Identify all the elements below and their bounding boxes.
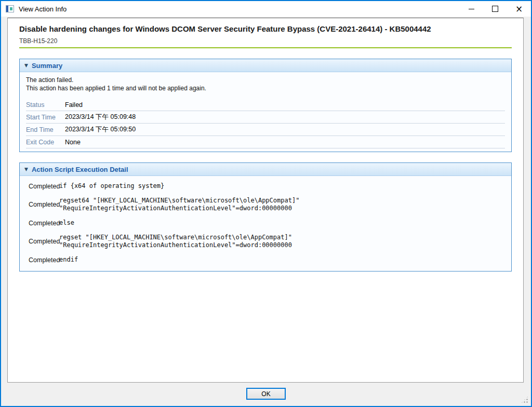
script-status: Completed xyxy=(29,183,59,190)
script-detail-section-title: Action Script Execution Detail xyxy=(32,166,128,173)
summary-section-body: The action failed. This action has been … xyxy=(20,72,511,152)
field-row-end-time: End Time 2023/3/14 下午 05:09:50 xyxy=(26,124,505,136)
field-label: End Time xyxy=(26,126,65,133)
content-panel: Disable hardening changes for Windows DC… xyxy=(7,18,524,383)
view-action-info-window: View Action Info × Disable hardening cha… xyxy=(0,0,532,407)
app-icon xyxy=(6,5,14,12)
script-row: Completed if {x64 of operating system} xyxy=(26,182,505,191)
script-detail-section: ▼ Action Script Execution Detail Complet… xyxy=(19,162,512,272)
script-row: Completed endif xyxy=(26,256,505,264)
titlebar: View Action Info × xyxy=(1,1,531,17)
script-command: if {x64 of operating system} xyxy=(59,182,164,191)
field-value: None xyxy=(65,139,81,146)
ok-button[interactable]: OK xyxy=(246,388,286,400)
script-command: regset "[HKEY_LOCAL_MACHINE\software\mic… xyxy=(59,234,292,250)
field-row-start-time: Start Time 2023/3/14 下午 05:09:48 xyxy=(26,111,505,124)
maximize-button[interactable] xyxy=(483,1,507,17)
main-area: Disable hardening changes for Windows DC… xyxy=(1,17,531,406)
field-value: 2023/3/14 下午 05:09:48 xyxy=(65,113,136,121)
script-detail-section-header[interactable]: ▼ Action Script Execution Detail xyxy=(20,163,511,176)
window-controls: × xyxy=(459,1,531,17)
field-row-exit-code: Exit Code None xyxy=(26,136,505,148)
script-status: Completed xyxy=(29,220,59,227)
maximize-icon xyxy=(492,6,498,12)
window-title: View Action Info xyxy=(19,5,66,13)
field-label: Exit Code xyxy=(26,139,65,146)
field-label: Status xyxy=(26,101,65,108)
chevron-down-icon: ▼ xyxy=(24,167,28,172)
summary-section: ▼ Summary The action failed. This action… xyxy=(19,59,512,152)
footer-bar: OK xyxy=(2,383,530,405)
field-row-status: Status Failed xyxy=(26,99,505,111)
field-value: Failed xyxy=(65,101,83,108)
script-command: endif xyxy=(59,256,78,264)
script-status: Completed xyxy=(29,256,59,264)
script-status: Completed xyxy=(29,238,59,245)
summary-line: This action has been applied 1 time and … xyxy=(26,85,505,93)
action-subtitle: TBB-H15-220 xyxy=(19,37,512,48)
action-title: Disable hardening changes for Windows DC… xyxy=(19,24,512,34)
script-row: Completed regset "[HKEY_LOCAL_MACHINE\so… xyxy=(26,234,505,250)
script-command: regset64 "[HKEY_LOCAL_MACHINE\software\m… xyxy=(59,197,299,213)
field-label: Start Time xyxy=(26,114,65,121)
minimize-icon xyxy=(469,9,474,9)
summary-section-header[interactable]: ▼ Summary xyxy=(20,59,511,72)
script-detail-body: Completed if {x64 of operating system} C… xyxy=(20,176,511,271)
summary-fields: Status Failed Start Time 2023/3/14 下午 05… xyxy=(26,99,505,148)
close-button[interactable]: × xyxy=(507,1,531,17)
summary-line: The action failed. xyxy=(26,76,505,85)
script-command: else xyxy=(59,219,74,227)
resize-grip[interactable] xyxy=(521,396,528,403)
close-icon: × xyxy=(515,5,523,13)
field-value: 2023/3/14 下午 05:09:50 xyxy=(65,125,136,134)
script-row: Completed else xyxy=(26,219,505,227)
script-row: Completed regset64 "[HKEY_LOCAL_MACHINE\… xyxy=(26,197,505,213)
script-status: Completed xyxy=(29,201,59,208)
minimize-button[interactable] xyxy=(459,1,483,17)
chevron-down-icon: ▼ xyxy=(24,63,28,68)
summary-section-title: Summary xyxy=(32,62,62,70)
